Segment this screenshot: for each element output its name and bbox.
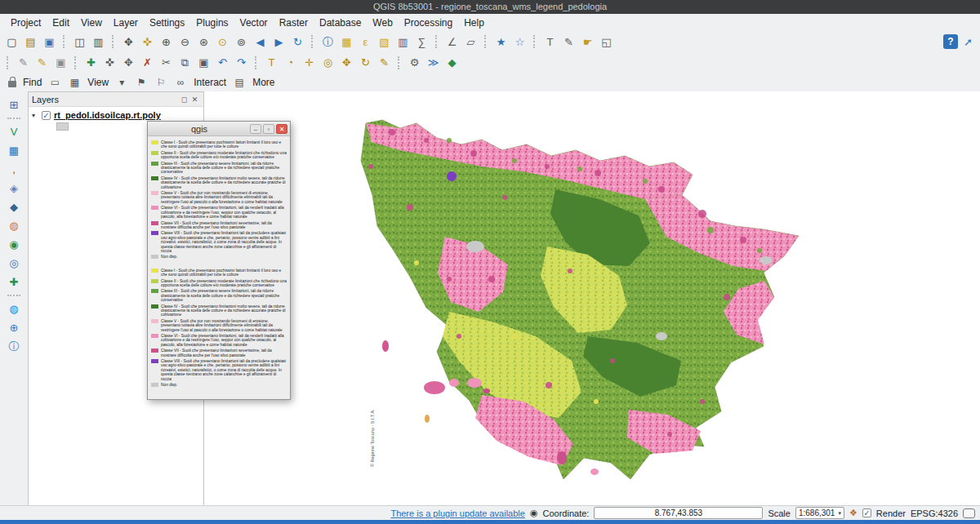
processing-toolbox-icon[interactable]: ⚙ — [406, 54, 423, 71]
menu-processing[interactable]: Processing — [399, 15, 458, 31]
menu-view[interactable]: View — [75, 15, 108, 31]
move-feature-icon[interactable]: ✥ — [120, 54, 137, 71]
copy-features-icon[interactable]: ⧉ — [176, 54, 194, 71]
field-calculator-icon[interactable]: ∑ — [413, 33, 430, 51]
show-bookmarks-icon[interactable]: ☆ — [511, 33, 528, 51]
toggle-editing-icon[interactable]: ✎ — [33, 54, 51, 71]
menu-database[interactable]: Database — [314, 15, 367, 31]
link-icon[interactable]: ∞ — [174, 77, 187, 88]
measure-line-icon[interactable]: ∠ — [443, 33, 461, 51]
coordinate-input[interactable] — [594, 507, 763, 519]
delete-selected-icon[interactable]: ✗ — [139, 54, 156, 71]
menu-vector[interactable]: Vector — [234, 15, 274, 31]
layer-tree-item[interactable]: ▾ ✓ rt_pedol.idsoilcap.rt.poly — [29, 107, 203, 122]
select-by-expression-icon[interactable]: ε — [357, 33, 374, 51]
close-panel-icon[interactable]: ✕ — [189, 95, 200, 104]
map-canvas[interactable]: © Regione Toscana - S.I.T.A. — [204, 91, 980, 506]
show-hide-labels-icon[interactable]: ◎ — [319, 54, 336, 71]
whats-this-icon[interactable]: ➚ — [960, 33, 977, 51]
map-tips-icon[interactable]: ☛ — [579, 33, 596, 51]
more-button[interactable]: More — [252, 77, 274, 88]
menu-layer[interactable]: Layer — [108, 15, 144, 31]
scale-combo[interactable]: 1:686,301 ▾ — [795, 507, 844, 519]
find-frame-icon[interactable]: ▭ — [48, 77, 61, 88]
plugin-icon[interactable]: ◉ — [530, 508, 538, 518]
project-new-icon[interactable]: ▢ — [3, 33, 20, 51]
cut-features-icon[interactable]: ✂ — [158, 54, 175, 71]
zoom-to-layer-icon[interactable]: ⊚ — [233, 33, 250, 51]
quickmapservices-icon[interactable]: ◍ — [6, 300, 23, 318]
menu-settings[interactable]: Settings — [144, 15, 190, 31]
zoom-full-icon[interactable]: ⊛ — [195, 33, 212, 51]
find-button[interactable]: Find — [23, 77, 42, 88]
new-print-layout-icon[interactable]: ▥ — [90, 33, 107, 51]
help-contents-icon[interactable]: ? — [943, 34, 958, 49]
select-features-icon[interactable]: ▦ — [338, 33, 355, 51]
layer-diagram-icon[interactable]: ◔ — [282, 54, 299, 71]
zoom-last-icon[interactable]: ◀ — [252, 33, 269, 51]
plugin-manager-icon[interactable]: ◆ — [443, 54, 461, 71]
identify-features-icon[interactable]: ⓘ — [319, 33, 336, 51]
zoom-in-icon[interactable]: ⊕ — [158, 33, 175, 51]
move-label-icon[interactable]: ✥ — [338, 54, 355, 71]
add-wcs-layer-icon[interactable]: ◉ — [6, 236, 23, 253]
grid-view-icon[interactable]: ▦ — [68, 77, 81, 88]
pin-a-icon[interactable]: ⚑ — [135, 77, 148, 88]
menu-project[interactable]: Project — [5, 15, 47, 31]
view-button[interactable]: View — [87, 77, 109, 88]
interact-button[interactable]: Interact — [194, 77, 226, 88]
new-shapefile-layer-icon[interactable]: ✚ — [6, 273, 23, 291]
project-open-icon[interactable]: ▤ — [22, 33, 39, 51]
search-locator-icon[interactable]: ⊕ — [6, 319, 23, 336]
zoom-next-icon[interactable]: ▶ — [270, 33, 287, 51]
text-annotation-icon[interactable]: T — [541, 33, 559, 51]
metasearch-icon[interactable]: ⓘ — [6, 338, 23, 355]
add-raster-layer-icon[interactable]: ▦ — [6, 142, 23, 159]
render-checkbox[interactable]: ✓ — [862, 508, 871, 517]
paste-features-icon[interactable]: ▣ — [195, 54, 212, 71]
form-annotation-icon[interactable]: ✎ — [560, 33, 577, 51]
pan-map-icon[interactable]: ✥ — [120, 33, 137, 51]
add-vector-layer-icon[interactable]: V — [6, 123, 23, 140]
data-source-manager-icon[interactable]: ⊞ — [6, 96, 23, 113]
layer-labeling-icon[interactable]: T — [263, 54, 280, 71]
change-label-icon[interactable]: ✎ — [376, 54, 393, 71]
measure-area-icon[interactable]: ▱ — [462, 33, 479, 51]
crs-badge[interactable]: EPSG:4326 — [911, 508, 958, 518]
python-console-icon[interactable]: ≫ — [425, 54, 442, 71]
menu-edit[interactable]: Edit — [47, 15, 75, 31]
vertex-tool-icon[interactable]: ✜ — [101, 54, 118, 71]
add-spatialite-layer-icon[interactable]: ◈ — [6, 180, 23, 197]
new-3d-map-icon[interactable]: ◱ — [598, 33, 615, 51]
layer-name[interactable]: rt_pedol.idsoilcap.rt.poly — [54, 110, 161, 120]
pin-b-icon[interactable]: ⚐ — [154, 77, 167, 88]
undo-icon[interactable]: ↶ — [214, 54, 231, 71]
redo-icon[interactable]: ↷ — [233, 54, 250, 71]
save-layer-edits-icon[interactable]: ▣ — [52, 54, 69, 71]
messages-icon[interactable] — [963, 508, 975, 518]
menu-help[interactable]: Help — [458, 15, 490, 31]
minimize-button[interactable]: – — [250, 124, 261, 134]
add-feature-icon[interactable]: ✚ — [82, 54, 100, 71]
open-attribute-table-icon[interactable]: ▥ — [394, 33, 412, 51]
current-edits-icon[interactable]: ✎ — [15, 54, 32, 71]
project-save-icon[interactable]: ▣ — [41, 33, 58, 51]
crs-status-icon[interactable]: ❖ — [849, 508, 858, 518]
menu-raster[interactable]: Raster — [274, 15, 314, 31]
new-bookmark-icon[interactable]: ★ — [492, 33, 510, 51]
layout-manager-icon[interactable]: ◫ — [71, 33, 88, 51]
menu-web[interactable]: Web — [367, 15, 398, 31]
plugin-update-link[interactable]: There is a plugin update available — [390, 508, 525, 518]
expander-icon[interactable]: ▾ — [32, 112, 38, 119]
zoom-to-selection-icon[interactable]: ⊙ — [214, 33, 231, 51]
add-delimited-text-icon[interactable]: , — [6, 161, 23, 178]
float-panel-icon[interactable]: ◻ — [179, 95, 189, 104]
rotate-label-icon[interactable]: ↻ — [357, 54, 374, 71]
maximize-button[interactable]: ▫ — [263, 124, 274, 134]
pin-labels-icon[interactable]: ✛ — [301, 54, 318, 71]
layer-visibility-checkbox[interactable]: ✓ — [42, 111, 51, 120]
add-wfs-layer-icon[interactable]: ◎ — [6, 255, 23, 272]
pan-to-selection-icon[interactable]: ✜ — [139, 33, 156, 51]
view-caret-icon[interactable]: ▾ — [115, 77, 128, 88]
close-button[interactable]: ✕ — [276, 124, 287, 134]
